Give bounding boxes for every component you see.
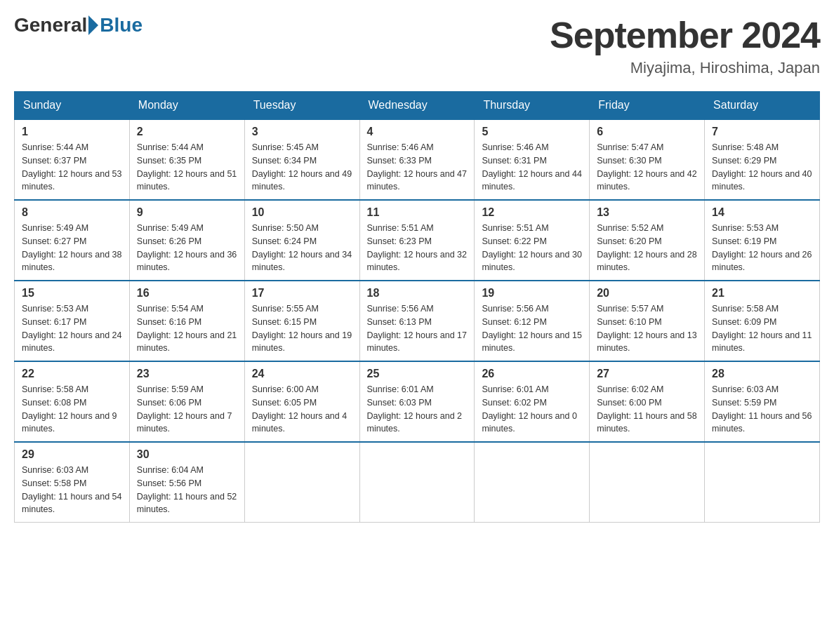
calendar-cell: 18 Sunrise: 5:56 AMSunset: 6:13 PMDaylig… [359, 281, 475, 361]
day-info: Sunrise: 6:01 AMSunset: 6:03 PMDaylight:… [367, 383, 468, 436]
calendar-cell: 12 Sunrise: 5:51 AMSunset: 6:22 PMDaylig… [475, 200, 590, 281]
day-number: 19 [482, 287, 582, 300]
day-info: Sunrise: 5:56 AMSunset: 6:13 PMDaylight:… [367, 302, 468, 355]
day-info: Sunrise: 6:02 AMSunset: 6:00 PMDaylight:… [597, 383, 697, 436]
day-info: Sunrise: 5:59 AMSunset: 6:06 PMDaylight:… [137, 383, 237, 436]
calendar-cell: 1 Sunrise: 5:44 AMSunset: 6:37 PMDayligh… [15, 119, 130, 200]
weekday-header-row: SundayMondayTuesdayWednesdayThursdayFrid… [15, 92, 820, 120]
calendar-cell: 23 Sunrise: 5:59 AMSunset: 6:06 PMDaylig… [129, 361, 244, 442]
day-number: 30 [137, 448, 237, 461]
day-number: 1 [22, 126, 122, 138]
day-info: Sunrise: 5:54 AMSunset: 6:16 PMDaylight:… [137, 302, 237, 355]
calendar-cell: 15 Sunrise: 5:53 AMSunset: 6:17 PMDaylig… [15, 281, 130, 361]
logo-arrow-icon [88, 15, 98, 35]
calendar-table: SundayMondayTuesdayWednesdayThursdayFrid… [14, 91, 820, 523]
calendar-cell: 25 Sunrise: 6:01 AMSunset: 6:03 PMDaylig… [359, 361, 475, 442]
day-number: 8 [22, 206, 122, 219]
day-info: Sunrise: 5:57 AMSunset: 6:10 PMDaylight:… [597, 302, 697, 355]
calendar-week-row: 8 Sunrise: 5:49 AMSunset: 6:27 PMDayligh… [15, 200, 820, 281]
day-info: Sunrise: 5:53 AMSunset: 6:19 PMDaylight:… [712, 222, 812, 274]
day-info: Sunrise: 5:55 AMSunset: 6:15 PMDaylight:… [252, 302, 352, 355]
page-header: General Blue September 2024 Miyajima, Hi… [14, 14, 820, 77]
day-info: Sunrise: 5:51 AMSunset: 6:22 PMDaylight:… [482, 222, 582, 274]
calendar-cell: 20 Sunrise: 5:57 AMSunset: 6:10 PMDaylig… [590, 281, 705, 361]
calendar-cell [244, 442, 359, 523]
day-number: 4 [367, 126, 468, 138]
day-info: Sunrise: 5:49 AMSunset: 6:26 PMDaylight:… [137, 222, 237, 274]
weekday-header-saturday: Saturday [705, 92, 820, 120]
weekday-header-monday: Monday [129, 92, 244, 120]
day-info: Sunrise: 5:52 AMSunset: 6:20 PMDaylight:… [597, 222, 697, 274]
day-info: Sunrise: 5:46 AMSunset: 6:31 PMDaylight:… [482, 141, 582, 194]
calendar-cell: 22 Sunrise: 5:58 AMSunset: 6:08 PMDaylig… [15, 361, 130, 442]
day-number: 23 [137, 368, 237, 380]
calendar-cell [590, 442, 705, 523]
calendar-cell: 8 Sunrise: 5:49 AMSunset: 6:27 PMDayligh… [15, 200, 130, 281]
calendar-week-row: 1 Sunrise: 5:44 AMSunset: 6:37 PMDayligh… [15, 119, 820, 200]
day-info: Sunrise: 5:48 AMSunset: 6:29 PMDaylight:… [712, 141, 812, 194]
day-number: 16 [137, 287, 237, 300]
day-number: 9 [137, 206, 237, 219]
day-info: Sunrise: 6:01 AMSunset: 6:02 PMDaylight:… [482, 383, 582, 436]
calendar-cell: 6 Sunrise: 5:47 AMSunset: 6:30 PMDayligh… [590, 119, 705, 200]
day-number: 5 [482, 126, 582, 138]
day-number: 10 [252, 206, 352, 219]
day-info: Sunrise: 6:04 AMSunset: 5:56 PMDaylight:… [137, 464, 237, 516]
day-number: 26 [482, 368, 582, 380]
calendar-week-row: 15 Sunrise: 5:53 AMSunset: 6:17 PMDaylig… [15, 281, 820, 361]
day-info: Sunrise: 5:46 AMSunset: 6:33 PMDaylight:… [367, 141, 468, 194]
day-number: 14 [712, 206, 812, 219]
day-number: 17 [252, 287, 352, 300]
day-info: Sunrise: 5:44 AMSunset: 6:37 PMDaylight:… [22, 141, 122, 194]
day-number: 20 [597, 287, 697, 300]
calendar-cell: 5 Sunrise: 5:46 AMSunset: 6:31 PMDayligh… [475, 119, 590, 200]
day-number: 27 [597, 368, 697, 380]
calendar-week-row: 22 Sunrise: 5:58 AMSunset: 6:08 PMDaylig… [15, 361, 820, 442]
day-number: 3 [252, 126, 352, 138]
day-number: 6 [597, 126, 697, 138]
calendar-cell: 30 Sunrise: 6:04 AMSunset: 5:56 PMDaylig… [129, 442, 244, 523]
day-number: 28 [712, 368, 812, 380]
day-number: 11 [367, 206, 468, 219]
calendar-cell [705, 442, 820, 523]
calendar-cell: 16 Sunrise: 5:54 AMSunset: 6:16 PMDaylig… [129, 281, 244, 361]
calendar-cell: 11 Sunrise: 5:51 AMSunset: 6:23 PMDaylig… [359, 200, 475, 281]
day-info: Sunrise: 5:56 AMSunset: 6:12 PMDaylight:… [482, 302, 582, 355]
calendar-cell: 27 Sunrise: 6:02 AMSunset: 6:00 PMDaylig… [590, 361, 705, 442]
calendar-cell: 9 Sunrise: 5:49 AMSunset: 6:26 PMDayligh… [129, 200, 244, 281]
calendar-cell: 13 Sunrise: 5:52 AMSunset: 6:20 PMDaylig… [590, 200, 705, 281]
calendar-cell: 26 Sunrise: 6:01 AMSunset: 6:02 PMDaylig… [475, 361, 590, 442]
calendar-cell: 29 Sunrise: 6:03 AMSunset: 5:58 PMDaylig… [15, 442, 130, 523]
day-info: Sunrise: 5:50 AMSunset: 6:24 PMDaylight:… [252, 222, 352, 274]
day-number: 21 [712, 287, 812, 300]
day-number: 29 [22, 448, 122, 461]
day-info: Sunrise: 5:45 AMSunset: 6:34 PMDaylight:… [252, 141, 352, 194]
day-info: Sunrise: 5:53 AMSunset: 6:17 PMDaylight:… [22, 302, 122, 355]
day-info: Sunrise: 5:51 AMSunset: 6:23 PMDaylight:… [367, 222, 468, 274]
day-number: 12 [482, 206, 582, 219]
day-info: Sunrise: 5:47 AMSunset: 6:30 PMDaylight:… [597, 141, 697, 194]
calendar-cell: 14 Sunrise: 5:53 AMSunset: 6:19 PMDaylig… [705, 200, 820, 281]
calendar-cell: 24 Sunrise: 6:00 AMSunset: 6:05 PMDaylig… [244, 361, 359, 442]
calendar-cell: 21 Sunrise: 5:58 AMSunset: 6:09 PMDaylig… [705, 281, 820, 361]
calendar-cell: 28 Sunrise: 6:03 AMSunset: 5:59 PMDaylig… [705, 361, 820, 442]
day-number: 2 [137, 126, 237, 138]
logo-blue-text: Blue [100, 14, 143, 36]
location-title: Miyajima, Hiroshima, Japan [550, 59, 820, 77]
day-number: 13 [597, 206, 697, 219]
month-title: September 2024 [550, 14, 820, 56]
weekday-header-wednesday: Wednesday [359, 92, 475, 120]
calendar-cell [359, 442, 475, 523]
weekday-header-tuesday: Tuesday [244, 92, 359, 120]
day-info: Sunrise: 5:44 AMSunset: 6:35 PMDaylight:… [137, 141, 237, 194]
day-number: 25 [367, 368, 468, 380]
day-number: 18 [367, 287, 468, 300]
calendar-cell: 7 Sunrise: 5:48 AMSunset: 6:29 PMDayligh… [705, 119, 820, 200]
weekday-header-thursday: Thursday [475, 92, 590, 120]
logo: General Blue [14, 14, 143, 36]
calendar-cell: 4 Sunrise: 5:46 AMSunset: 6:33 PMDayligh… [359, 119, 475, 200]
day-number: 7 [712, 126, 812, 138]
day-info: Sunrise: 6:03 AMSunset: 5:59 PMDaylight:… [712, 383, 812, 436]
title-section: September 2024 Miyajima, Hiroshima, Japa… [550, 14, 820, 77]
calendar-cell: 2 Sunrise: 5:44 AMSunset: 6:35 PMDayligh… [129, 119, 244, 200]
